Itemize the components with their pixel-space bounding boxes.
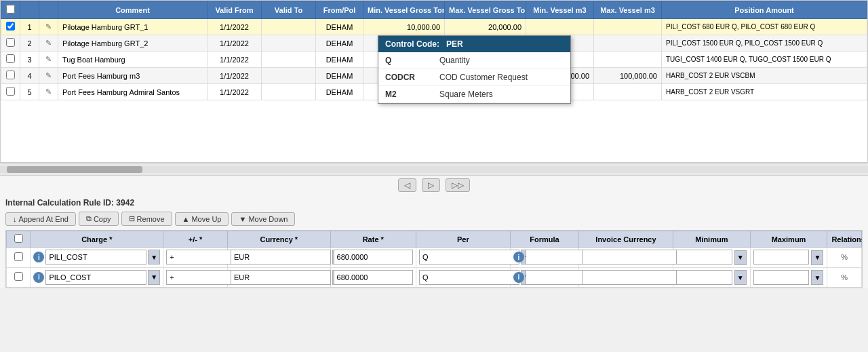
select-all-checkbox[interactable] bbox=[6, 5, 15, 14]
bt-header-charge: Charge * bbox=[31, 231, 163, 248]
dropdown-item-q[interactable]: Q Quantity bbox=[378, 52, 570, 69]
row-max-vgt-0: 20,000.00 bbox=[445, 19, 526, 35]
row-checkbox-3[interactable] bbox=[6, 71, 15, 79]
row-checkbox-4[interactable] bbox=[6, 87, 15, 96]
move-up-button[interactable]: ▲ Move Up bbox=[175, 212, 229, 226]
bt-row-checkbox-0[interactable] bbox=[14, 252, 23, 261]
per-dropdown-popup: Control Code: PER Q Quantity CODCR COD C… bbox=[378, 35, 571, 104]
charge-input-0[interactable] bbox=[45, 250, 146, 265]
row-edit-1[interactable]: ✎ bbox=[39, 35, 58, 52]
bt-select-all[interactable] bbox=[14, 234, 23, 243]
bt-header-per: Per bbox=[416, 231, 510, 248]
min-dd-1[interactable]: ▼ bbox=[734, 270, 747, 285]
currency-input-0[interactable] bbox=[231, 250, 331, 265]
rate-input-0[interactable] bbox=[334, 250, 413, 265]
row-min-vgt-0: 10,000.00 bbox=[363, 19, 445, 35]
nav-more-button[interactable]: ▷▷ bbox=[446, 178, 470, 192]
row-num-1: 2 bbox=[20, 35, 39, 52]
charge-dd-arrow-0[interactable]: ▼ bbox=[148, 250, 160, 265]
bt-currency-0: ▼ bbox=[227, 248, 330, 268]
dropdown-popup-header: Control Code: PER bbox=[378, 36, 570, 52]
row-checkbox-cell bbox=[1, 84, 20, 100]
bt-per-0: ▼ bbox=[416, 248, 510, 268]
row-edit-3[interactable]: ✎ bbox=[39, 68, 58, 84]
row-valid-to-4 bbox=[262, 84, 316, 100]
header-edit-col bbox=[39, 1, 58, 19]
row-checkbox-1[interactable] bbox=[6, 38, 15, 47]
rel-label-1: % bbox=[841, 273, 848, 281]
row-checkbox-2[interactable] bbox=[6, 54, 15, 63]
bt-check-1 bbox=[7, 267, 31, 288]
row-comment-3: Port Fees Hamburg m3 bbox=[58, 68, 208, 84]
row-num-3: 4 bbox=[20, 68, 39, 84]
move-up-icon: ▲ bbox=[182, 215, 190, 223]
bt-header-max: Maximum bbox=[750, 231, 827, 248]
row-valid-to-0 bbox=[262, 19, 316, 35]
row-valid-from-3: 1/1/2022 bbox=[208, 68, 262, 84]
currency-input-1[interactable] bbox=[231, 270, 331, 285]
append-button[interactable]: ↓ Append At End bbox=[5, 212, 76, 226]
bt-rate-1 bbox=[330, 267, 416, 288]
row-num-0: 1 bbox=[20, 19, 39, 35]
rate-input-1[interactable] bbox=[334, 270, 413, 285]
row-comment-0: Pilotage Hamburg GRT_1 bbox=[58, 19, 208, 35]
max-input-1[interactable] bbox=[753, 270, 810, 285]
bt-max-0: ▼ bbox=[750, 248, 827, 268]
bt-header-min: Minimum bbox=[673, 231, 750, 248]
max-dd-0[interactable]: ▼ bbox=[811, 250, 823, 265]
row-from-pol-2: DEHAM bbox=[316, 52, 363, 68]
bt-invcur-0: ▼ bbox=[578, 248, 673, 268]
row-edit-2[interactable]: ✎ bbox=[39, 52, 58, 68]
dropdown-item-m2[interactable]: M2 Square Meters bbox=[378, 86, 570, 103]
nav-next-button[interactable]: ▷ bbox=[422, 178, 440, 192]
move-down-icon: ▼ bbox=[239, 215, 246, 223]
scrollbar-thumb[interactable] bbox=[7, 166, 142, 173]
invcur-input-0[interactable] bbox=[582, 250, 682, 265]
charge-info-btn-1[interactable]: i bbox=[33, 272, 44, 283]
per-input-0[interactable] bbox=[419, 250, 519, 265]
bt-header-rate: Rate * bbox=[330, 231, 416, 248]
row-num-4: 5 bbox=[20, 84, 39, 100]
header-pos-amt: Position Amount bbox=[662, 1, 867, 19]
header-comment: Comment bbox=[58, 1, 208, 19]
remove-button[interactable]: ⊟ Remove bbox=[121, 212, 172, 226]
append-icon: ↓ bbox=[13, 215, 17, 223]
row-edit-0[interactable]: ✎ bbox=[39, 19, 58, 35]
row-valid-from-2: 1/1/2022 bbox=[208, 52, 262, 68]
bt-plusminus-1: ▼ bbox=[163, 267, 228, 288]
header-valid-from: Valid From bbox=[208, 1, 262, 19]
bt-header-check bbox=[7, 231, 31, 248]
min-dd-0[interactable]: ▼ bbox=[734, 250, 747, 265]
charge-info-btn-0[interactable]: i bbox=[33, 252, 44, 262]
header-from-pol: From/Pol bbox=[316, 1, 363, 19]
charge-input-1[interactable] bbox=[45, 270, 146, 285]
bt-rel-0: % bbox=[827, 248, 862, 268]
invcur-input-1[interactable] bbox=[582, 270, 682, 285]
per-input-1[interactable] bbox=[419, 270, 519, 285]
bt-row-checkbox-1[interactable] bbox=[14, 272, 23, 281]
dropdown-item-codcr[interactable]: CODCR COD Customer Request bbox=[378, 69, 570, 86]
copy-button[interactable]: ⧉ Copy bbox=[79, 212, 119, 226]
max-input-0[interactable] bbox=[753, 250, 810, 265]
max-dd-1[interactable]: ▼ bbox=[811, 270, 823, 285]
row-from-pol-4: DEHAM bbox=[316, 84, 363, 100]
copy-label: Copy bbox=[94, 215, 111, 223]
bt-per-1: ▼ bbox=[416, 267, 510, 288]
bt-header-rel: Relations bbox=[827, 231, 862, 248]
charge-dd-arrow-1[interactable]: ▼ bbox=[148, 270, 160, 285]
row-checkbox-0[interactable] bbox=[6, 22, 15, 31]
bottom-data-table: Charge * +/- * Currency * Rate * Per For… bbox=[6, 231, 862, 288]
min-input-1[interactable] bbox=[676, 270, 732, 285]
dropdown-item-code-1: CODCR bbox=[385, 73, 439, 82]
row-max-m3-4 bbox=[594, 84, 662, 100]
nav-prev-button[interactable]: ◁ bbox=[398, 178, 416, 192]
row-edit-4[interactable]: ✎ bbox=[39, 84, 58, 100]
row-max-m3-0 bbox=[594, 19, 662, 35]
min-input-0[interactable] bbox=[676, 250, 732, 265]
move-down-button[interactable]: ▼ Move Down bbox=[231, 212, 295, 226]
move-down-label: Move Down bbox=[248, 215, 288, 223]
horizontal-scrollbar[interactable] bbox=[0, 163, 868, 175]
remove-icon: ⊟ bbox=[129, 214, 135, 223]
formula-info-btn-1[interactable]: i bbox=[513, 272, 524, 283]
row-checkbox-cell bbox=[1, 19, 20, 35]
